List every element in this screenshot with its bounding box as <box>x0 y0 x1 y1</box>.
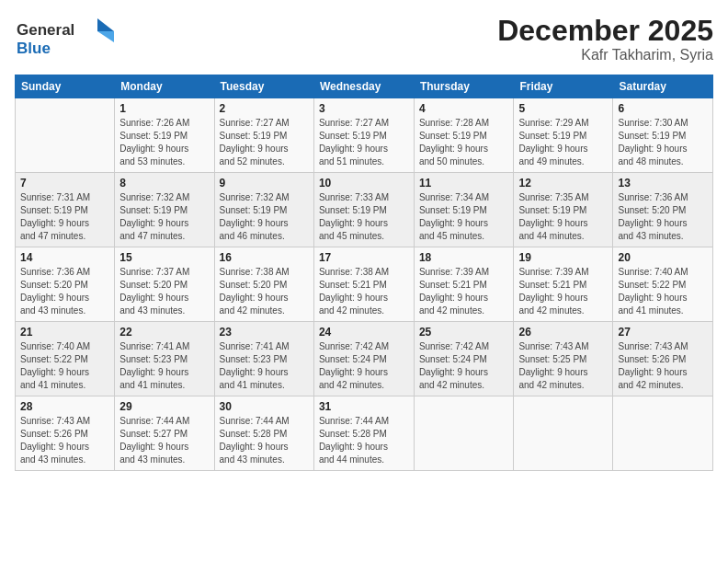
svg-marker-2 <box>97 31 114 42</box>
calendar-cell: 25Sunrise: 7:42 AMSunset: 5:24 PMDayligh… <box>414 322 514 396</box>
day-info: Sunrise: 7:36 AMSunset: 5:20 PMDaylight:… <box>618 191 708 243</box>
day-info: Sunrise: 7:42 AMSunset: 5:24 PMDaylight:… <box>419 340 509 392</box>
calendar-cell: 27Sunrise: 7:43 AMSunset: 5:26 PMDayligh… <box>613 322 713 396</box>
day-info: Sunrise: 7:27 AMSunset: 5:19 PMDaylight:… <box>220 117 309 168</box>
day-info: Sunrise: 7:36 AMSunset: 5:20 PMDaylight:… <box>20 266 109 317</box>
day-number: 7 <box>20 177 109 190</box>
day-info: Sunrise: 7:44 AMSunset: 5:28 PMDaylight:… <box>319 415 409 466</box>
calendar-week-row: 7Sunrise: 7:31 AMSunset: 5:19 PMDaylight… <box>16 173 713 247</box>
day-info: Sunrise: 7:43 AMSunset: 5:25 PMDaylight:… <box>518 340 608 392</box>
calendar-week-row: 1Sunrise: 7:26 AMSunset: 5:19 PMDaylight… <box>16 98 713 173</box>
calendar-cell: 22Sunrise: 7:41 AMSunset: 5:23 PMDayligh… <box>115 322 214 396</box>
calendar-cell: 15Sunrise: 7:37 AMSunset: 5:20 PMDayligh… <box>115 247 214 322</box>
day-number: 11 <box>419 177 509 190</box>
calendar-cell <box>613 396 713 471</box>
day-number: 15 <box>119 251 209 264</box>
day-number: 10 <box>319 177 409 190</box>
day-info: Sunrise: 7:39 AMSunset: 5:21 PMDaylight:… <box>419 266 509 317</box>
day-number: 20 <box>618 251 708 264</box>
calendar-cell: 20Sunrise: 7:40 AMSunset: 5:22 PMDayligh… <box>613 247 713 322</box>
logo: General Blue <box>15 15 116 63</box>
header: General Blue December 2025 Kafr Takharim… <box>15 15 713 63</box>
day-info: Sunrise: 7:37 AMSunset: 5:20 PMDaylight:… <box>119 266 209 317</box>
day-info: Sunrise: 7:38 AMSunset: 5:21 PMDaylight:… <box>319 266 409 317</box>
calendar-cell: 1Sunrise: 7:26 AMSunset: 5:19 PMDaylight… <box>115 98 214 173</box>
day-info: Sunrise: 7:32 AMSunset: 5:19 PMDaylight:… <box>220 191 309 243</box>
calendar-cell: 18Sunrise: 7:39 AMSunset: 5:21 PMDayligh… <box>414 247 514 322</box>
day-number: 16 <box>220 251 309 264</box>
calendar-cell: 31Sunrise: 7:44 AMSunset: 5:28 PMDayligh… <box>313 396 414 471</box>
day-info: Sunrise: 7:31 AMSunset: 5:19 PMDaylight:… <box>20 191 109 243</box>
day-number: 8 <box>119 177 209 190</box>
day-info: Sunrise: 7:26 AMSunset: 5:19 PMDaylight:… <box>119 117 209 168</box>
calendar-cell: 29Sunrise: 7:44 AMSunset: 5:27 PMDayligh… <box>115 396 214 471</box>
day-info: Sunrise: 7:40 AMSunset: 5:22 PMDaylight:… <box>618 266 708 317</box>
day-info: Sunrise: 7:38 AMSunset: 5:20 PMDaylight:… <box>220 266 309 317</box>
day-info: Sunrise: 7:27 AMSunset: 5:19 PMDaylight:… <box>319 117 409 168</box>
logo-text: General Blue <box>15 15 116 63</box>
calendar-cell: 3Sunrise: 7:27 AMSunset: 5:19 PMDaylight… <box>313 98 414 173</box>
day-number: 5 <box>518 102 608 115</box>
day-number: 9 <box>220 177 309 190</box>
day-info: Sunrise: 7:34 AMSunset: 5:19 PMDaylight:… <box>419 191 509 243</box>
calendar-cell <box>414 396 514 471</box>
day-number: 14 <box>20 251 109 264</box>
calendar-cell: 19Sunrise: 7:39 AMSunset: 5:21 PMDayligh… <box>514 247 613 322</box>
day-info: Sunrise: 7:40 AMSunset: 5:22 PMDaylight:… <box>20 340 109 392</box>
calendar-cell: 8Sunrise: 7:32 AMSunset: 5:19 PMDaylight… <box>115 173 214 247</box>
day-info: Sunrise: 7:28 AMSunset: 5:19 PMDaylight:… <box>419 117 509 168</box>
svg-text:Blue: Blue <box>17 40 51 57</box>
calendar-cell: 10Sunrise: 7:33 AMSunset: 5:19 PMDayligh… <box>313 173 414 247</box>
col-monday: Monday <box>115 75 214 98</box>
day-info: Sunrise: 7:35 AMSunset: 5:19 PMDaylight:… <box>518 191 608 243</box>
calendar-cell: 9Sunrise: 7:32 AMSunset: 5:19 PMDaylight… <box>214 173 313 247</box>
calendar-cell: 16Sunrise: 7:38 AMSunset: 5:20 PMDayligh… <box>214 247 313 322</box>
location: Kafr Takharim, Syria <box>497 47 713 63</box>
day-number: 13 <box>618 177 708 190</box>
day-number: 18 <box>419 251 509 264</box>
calendar-cell: 4Sunrise: 7:28 AMSunset: 5:19 PMDaylight… <box>414 98 514 173</box>
day-number: 3 <box>319 102 409 115</box>
day-number: 21 <box>20 326 109 339</box>
calendar-cell: 13Sunrise: 7:36 AMSunset: 5:20 PMDayligh… <box>613 173 713 247</box>
day-number: 4 <box>419 102 509 115</box>
day-info: Sunrise: 7:44 AMSunset: 5:27 PMDaylight:… <box>119 415 209 466</box>
calendar-cell: 2Sunrise: 7:27 AMSunset: 5:19 PMDaylight… <box>214 98 313 173</box>
svg-marker-1 <box>97 18 114 31</box>
calendar-cell: 6Sunrise: 7:30 AMSunset: 5:19 PMDaylight… <box>613 98 713 173</box>
calendar-cell: 30Sunrise: 7:44 AMSunset: 5:28 PMDayligh… <box>214 396 313 471</box>
day-info: Sunrise: 7:43 AMSunset: 5:26 PMDaylight:… <box>618 340 708 392</box>
calendar-header-row: Sunday Monday Tuesday Wednesday Thursday… <box>16 75 713 98</box>
day-number: 1 <box>119 102 209 115</box>
calendar-cell: 14Sunrise: 7:36 AMSunset: 5:20 PMDayligh… <box>16 247 115 322</box>
calendar-cell <box>16 98 115 173</box>
day-number: 27 <box>618 326 708 339</box>
day-number: 6 <box>618 102 708 115</box>
day-number: 31 <box>319 400 409 413</box>
calendar-cell: 11Sunrise: 7:34 AMSunset: 5:19 PMDayligh… <box>414 173 514 247</box>
calendar-week-row: 21Sunrise: 7:40 AMSunset: 5:22 PMDayligh… <box>16 322 713 396</box>
col-friday: Friday <box>514 75 613 98</box>
day-number: 17 <box>319 251 409 264</box>
col-tuesday: Tuesday <box>214 75 313 98</box>
title-block: December 2025 Kafr Takharim, Syria <box>497 15 713 63</box>
day-number: 30 <box>220 400 309 413</box>
day-info: Sunrise: 7:44 AMSunset: 5:28 PMDaylight:… <box>220 415 309 466</box>
day-number: 12 <box>518 177 608 190</box>
day-number: 25 <box>419 326 509 339</box>
day-info: Sunrise: 7:29 AMSunset: 5:19 PMDaylight:… <box>518 117 608 168</box>
day-info: Sunrise: 7:42 AMSunset: 5:24 PMDaylight:… <box>319 340 409 392</box>
day-info: Sunrise: 7:41 AMSunset: 5:23 PMDaylight:… <box>119 340 209 392</box>
page-container: General Blue December 2025 Kafr Takharim… <box>0 0 728 480</box>
svg-text:General: General <box>17 21 74 39</box>
calendar-cell: 24Sunrise: 7:42 AMSunset: 5:24 PMDayligh… <box>313 322 414 396</box>
day-info: Sunrise: 7:32 AMSunset: 5:19 PMDaylight:… <box>119 191 209 243</box>
calendar-week-row: 14Sunrise: 7:36 AMSunset: 5:20 PMDayligh… <box>16 247 713 322</box>
calendar-cell: 21Sunrise: 7:40 AMSunset: 5:22 PMDayligh… <box>16 322 115 396</box>
day-info: Sunrise: 7:43 AMSunset: 5:26 PMDaylight:… <box>20 415 109 466</box>
day-number: 28 <box>20 400 109 413</box>
calendar-cell <box>514 396 613 471</box>
col-sunday: Sunday <box>16 75 115 98</box>
calendar-cell: 28Sunrise: 7:43 AMSunset: 5:26 PMDayligh… <box>16 396 115 471</box>
day-number: 29 <box>119 400 209 413</box>
